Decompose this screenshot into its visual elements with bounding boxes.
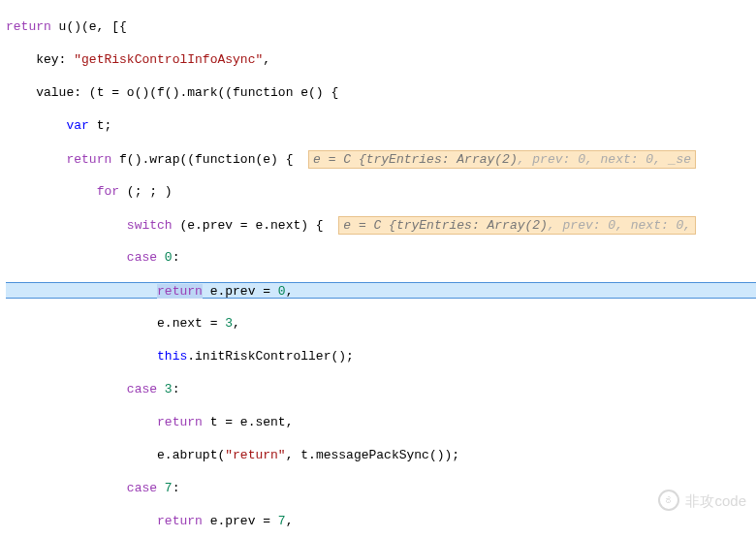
code-line: return u()(e, [{ — [6, 18, 756, 35]
code-line: value: (t = o()(f().mark((function e() { — [6, 84, 756, 101]
execution-line-highlight: return e.prev = 0, — [6, 282, 756, 299]
watermark-icon: ಠ — [658, 490, 679, 511]
keyword-return: return — [157, 415, 203, 429]
watermark: ಠ 非攻code — [658, 490, 746, 511]
code-line: switch (e.prev = e.next) { e = C {tryEnt… — [6, 216, 756, 233]
code-line: this.initRiskController(); — [6, 348, 756, 364]
keyword-case: case — [127, 382, 157, 396]
debug-inline-hint[interactable]: e = C {tryEntries: Array(2), prev: 0, ne… — [308, 150, 696, 169]
keyword-case: case — [127, 250, 157, 265]
watermark-text: 非攻code — [685, 492, 746, 509]
keyword-var: var — [66, 118, 88, 133]
code-line: return e.prev = 7, — [6, 513, 756, 529]
keyword-return: return — [66, 152, 111, 167]
code-line: e.abrupt("return", t.messagePackSync()); — [6, 447, 756, 463]
debug-inline-hint[interactable]: e = C {tryEntries: Array(2), prev: 0, ne… — [338, 216, 696, 235]
code-line: case 7: — [6, 480, 756, 496]
keyword-return: return — [6, 19, 51, 34]
code-line: e.next = 3, — [6, 315, 756, 332]
code-line: for (; ; ) — [6, 183, 756, 200]
code-line: var t; — [6, 117, 756, 134]
code-line: key: "getRiskControlInfoAsync", — [6, 51, 756, 68]
code-line: return f().wrap((function(e) { e = C {tr… — [6, 150, 756, 167]
keyword-return: return — [157, 514, 203, 528]
code-line: case 3: — [6, 381, 756, 397]
code-editor[interactable]: return u()(e, [{ key: "getRiskControlInf… — [0, 0, 756, 538]
keyword-switch: switch — [127, 218, 173, 233]
keyword-this: this — [157, 349, 187, 364]
code-line: return t = e.sent, — [6, 414, 756, 430]
code-line: case 0: — [6, 249, 756, 266]
keyword-case: case — [127, 481, 157, 495]
keyword-return: return — [157, 284, 203, 299]
keyword-for: for — [97, 184, 119, 199]
